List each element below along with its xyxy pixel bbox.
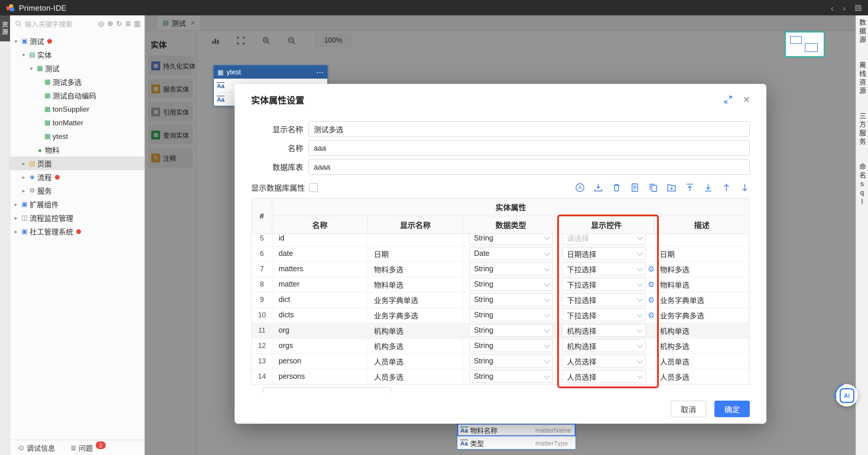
widget-select[interactable]: 下拉选择 xyxy=(562,262,646,275)
data-type-select[interactable]: String xyxy=(469,339,553,352)
prop-desc-cell[interactable]: 机构单选 xyxy=(653,323,749,338)
property-row[interactable]: 9 dict 业务字典单选 String 下拉选择⚙ 业务字典单选 xyxy=(252,292,749,307)
property-row[interactable]: 12 orgs 机构多选 String 机构选择⚙ 机构多选 xyxy=(252,338,749,353)
display-name-input[interactable] xyxy=(308,121,750,137)
name-input[interactable] xyxy=(308,140,750,156)
minimap[interactable] xyxy=(785,31,825,57)
tree-item[interactable]: ▾ ▤ 实体 xyxy=(10,48,144,61)
prop-name-cell[interactable]: person xyxy=(272,353,368,369)
search-input[interactable]: 输入关键字搜索 xyxy=(25,19,98,28)
nav-back-icon[interactable]: ‹ xyxy=(831,3,834,12)
tree-expand-icon[interactable]: ▸ xyxy=(20,160,27,166)
prop-desc-cell[interactable]: 人员单选 xyxy=(653,353,749,369)
entity-card-header[interactable]: ▦ ytest ⋯ xyxy=(214,66,327,79)
prop-name-cell[interactable]: dict xyxy=(272,292,368,307)
list-icon[interactable]: ≣ xyxy=(125,20,131,28)
delete-icon[interactable] xyxy=(612,183,622,193)
prop-desc-cell[interactable]: 物料单选 xyxy=(653,277,749,292)
tree-item[interactable]: ▾ ▣ 测试 xyxy=(10,34,144,48)
property-row[interactable]: 11 org 机构单选 String 机构选择⚙ 机构单选 xyxy=(252,323,749,338)
auto-name-icon[interactable]: A xyxy=(575,183,585,193)
right-rail-tab[interactable]: 三方服务 xyxy=(857,112,867,146)
prop-display-cell[interactable]: 业务字典单选 xyxy=(368,292,463,307)
widget-select[interactable]: 日期选择 xyxy=(562,247,646,260)
widget-select[interactable]: 人员选择 xyxy=(562,370,646,383)
prop-display-cell[interactable]: 机构单选 xyxy=(368,323,463,338)
property-row[interactable]: 7 matters 物料多选 String 下拉选择⚙ 物料多选 xyxy=(252,261,749,277)
more-icon[interactable]: ⋯ xyxy=(316,68,324,77)
widget-select[interactable]: 机构选择 xyxy=(562,324,646,337)
move-bottom-icon[interactable] xyxy=(703,183,713,193)
db-table-input[interactable] xyxy=(308,159,750,175)
tree-item[interactable]: ▸ ▤ 页面 xyxy=(10,157,144,170)
save-icon[interactable] xyxy=(855,4,862,11)
prop-display-cell[interactable]: 业务字典多选 xyxy=(368,307,463,323)
prop-desc-cell[interactable]: 日期 xyxy=(653,246,749,261)
tree-item[interactable]: ▦ 测试多选 xyxy=(10,75,144,89)
rail-tab-resources[interactable]: 资源 xyxy=(0,16,10,41)
refresh-icon[interactable]: ↻ xyxy=(116,20,122,28)
prop-name-cell[interactable]: org xyxy=(272,323,368,338)
import-icon[interactable] xyxy=(593,183,603,193)
expand-dialog-icon[interactable] xyxy=(724,95,733,104)
doc-icon[interactable] xyxy=(630,183,640,193)
copy-icon[interactable] xyxy=(648,183,658,193)
tree-item[interactable]: ▦ 测试自动编码 xyxy=(10,89,144,102)
widget-select[interactable]: 下拉选择 xyxy=(562,293,646,306)
data-type-select[interactable]: String xyxy=(469,370,553,383)
right-rail-tab[interactable]: 数据源 xyxy=(857,19,867,44)
tree-expand-icon[interactable]: ▾ xyxy=(20,52,27,58)
property-row[interactable]: 6 date 日期 Date 日期选择⚙ 日期 xyxy=(252,246,749,261)
widget-select[interactable]: 请选择 xyxy=(562,234,646,245)
prop-name-cell[interactable]: id xyxy=(272,234,368,246)
prop-name-cell[interactable]: orgs xyxy=(272,338,368,353)
data-type-select[interactable]: String xyxy=(469,278,553,291)
gear-icon[interactable]: ⚙ xyxy=(648,280,654,289)
tree-expand-icon[interactable]: ▸ xyxy=(20,174,27,180)
property-row[interactable]: 10 dicts 业务字典多选 String 下拉选择⚙ 业务字典多选 xyxy=(252,307,749,323)
problems-button[interactable]: ≣ 问题 2 xyxy=(70,443,106,453)
prop-name-cell[interactable]: matter xyxy=(272,277,368,292)
tree-item[interactable]: ▸ ⚙ 服务 xyxy=(10,184,144,198)
cancel-button[interactable]: 取消 xyxy=(671,401,706,417)
debug-info-button[interactable]: ⊙ 调试信息 xyxy=(18,443,55,453)
gear-icon[interactable]: ⚙ xyxy=(648,295,654,304)
folder-add-icon[interactable] xyxy=(666,183,677,193)
panel-icon[interactable]: ▥ xyxy=(134,20,141,28)
tree-expand-icon[interactable]: ▸ xyxy=(20,188,27,193)
prop-display-cell[interactable] xyxy=(368,234,463,246)
prop-display-cell[interactable]: 人员多选 xyxy=(368,369,463,384)
data-type-select[interactable]: Date xyxy=(469,247,553,260)
prop-display-cell[interactable]: 物料多选 xyxy=(368,261,463,277)
gear-icon[interactable]: ⚙ xyxy=(648,310,654,320)
entity-field-row[interactable]: Aa 类型 matterType xyxy=(457,436,576,449)
prop-name-cell[interactable]: matters xyxy=(272,261,368,277)
tree-item[interactable]: ▸ ◫ 流程监控管理 xyxy=(10,211,144,224)
tree-item[interactable]: ▦ tonSupplier xyxy=(10,102,144,116)
move-down-icon[interactable] xyxy=(740,183,750,193)
prop-name-cell[interactable]: persons xyxy=(272,369,368,384)
prop-desc-cell[interactable]: 业务字典单选 xyxy=(653,292,749,307)
data-type-select[interactable]: String xyxy=(469,355,553,368)
widget-select[interactable]: 下拉选择 xyxy=(562,308,646,322)
locate-icon[interactable]: ◎ xyxy=(98,20,104,28)
gear-icon[interactable]: ⚙ xyxy=(648,265,654,273)
property-row[interactable]: 8 matter 物料单选 String 下拉选择⚙ 物料单选 xyxy=(252,277,749,292)
tree-expand-icon[interactable]: ▾ xyxy=(12,38,20,44)
property-row[interactable]: 13 person 人员单选 String 人员选择⚙ 人员单选 xyxy=(252,353,749,369)
prop-desc-cell[interactable]: 业务字典多选 xyxy=(653,307,749,323)
close-dialog-icon[interactable]: × xyxy=(743,94,750,105)
data-type-select[interactable]: String xyxy=(469,262,553,275)
tree-expand-icon[interactable]: ▸ xyxy=(12,215,20,221)
tree-expand-icon[interactable]: ▾ xyxy=(28,65,35,71)
ok-button[interactable]: 确定 xyxy=(714,401,750,417)
right-rail-tab[interactable]: 命名sql xyxy=(857,163,867,207)
show-db-props-checkbox[interactable] xyxy=(309,183,318,192)
tree-item[interactable]: ▾ ▦ 测试 xyxy=(10,61,144,75)
prop-desc-cell[interactable]: 人员多选 xyxy=(653,369,749,384)
prop-desc-cell[interactable] xyxy=(653,234,749,246)
data-type-select[interactable]: String xyxy=(469,234,553,245)
tree-item[interactable]: ▦ tonMatter xyxy=(10,116,144,129)
property-row[interactable]: 14 persons 人员多选 String 人员选择⚙ 人员多选 xyxy=(252,369,749,384)
data-type-select[interactable]: String xyxy=(469,308,553,322)
